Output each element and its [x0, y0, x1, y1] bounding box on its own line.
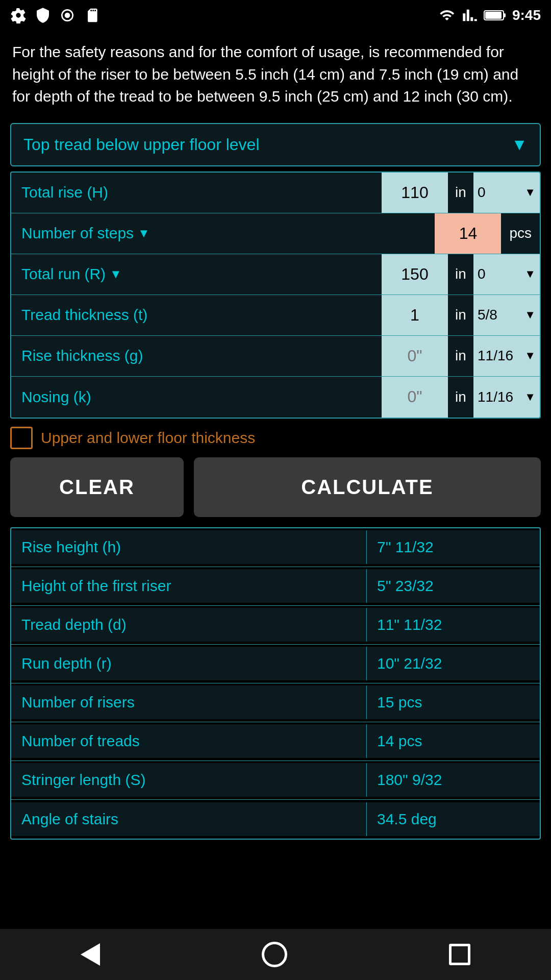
- form-row-nosing: Nosing (k) in 11/16 ▼: [11, 377, 540, 418]
- result-value-angle-of-stairs: 34.5 deg: [366, 802, 540, 836]
- unit-total-rise: in: [448, 184, 473, 201]
- result-label-number-of-treads: Number of treads: [11, 724, 366, 758]
- input-area-total-rise: in 0 ▼: [382, 173, 540, 213]
- form-row-total-rise: Total rise (H) in 0 ▼: [11, 173, 540, 213]
- recents-icon: [449, 944, 470, 965]
- back-button[interactable]: [81, 943, 100, 966]
- result-row-stringer-length: Stringer length (S) 180" 9/32: [11, 761, 540, 800]
- select-nosing[interactable]: 11/16 ▼: [473, 377, 540, 418]
- result-label-rise-height: Rise height (h): [11, 530, 366, 564]
- select-total-run[interactable]: 0 ▼: [473, 254, 540, 295]
- label-rise-thickness: Rise thickness (g): [11, 336, 382, 376]
- input-nosing[interactable]: [382, 377, 448, 418]
- label-nosing: Nosing (k): [11, 377, 382, 418]
- label-number-of-steps: Number of steps ▼: [11, 213, 435, 254]
- result-label-angle-of-stairs: Angle of stairs: [11, 802, 366, 836]
- form-row-total-run: Total run (R) ▼ in 0 ▼: [11, 254, 540, 295]
- status-icons-right: 9:45: [438, 7, 541, 23]
- unit-tread-thickness: in: [448, 307, 473, 323]
- select-total-rise[interactable]: 0 ▼: [473, 173, 540, 213]
- unit-rise-thickness: in: [448, 348, 473, 364]
- form-row-tread-thickness: Tread thickness (t) in 5/8 ▼: [11, 295, 540, 336]
- svg-rect-3: [504, 13, 506, 17]
- floor-thickness-label: Upper and lower floor thickness: [41, 429, 255, 447]
- result-row-rise-height: Rise height (h) 7" 11/32: [11, 528, 540, 567]
- svg-point-1: [65, 13, 70, 18]
- svg-rect-4: [485, 12, 502, 19]
- input-area-number-of-steps: pcs: [435, 213, 540, 254]
- action-buttons: CLEAR CALCULATE: [10, 457, 541, 517]
- steps-dropdown-arrow-icon: ▼: [138, 226, 150, 240]
- result-value-run-depth: 10" 21/32: [366, 647, 540, 680]
- info-text: For the safety reasons and for the comfo…: [0, 31, 551, 118]
- form-row-rise-thickness: Rise thickness (g) in 11/16 ▼: [11, 336, 540, 377]
- battery-icon: [484, 9, 506, 22]
- label-total-rise: Total rise (H): [11, 173, 382, 213]
- clear-button[interactable]: CLEAR: [10, 457, 184, 517]
- form-table: Total rise (H) in 0 ▼ Number of steps ▼ …: [10, 172, 541, 419]
- record-icon: [59, 7, 76, 23]
- label-total-run: Total run (R) ▼: [11, 254, 382, 295]
- settings-icon: [10, 7, 27, 23]
- result-label-number-of-risers: Number of risers: [11, 685, 366, 719]
- floor-thickness-checkbox-row: Upper and lower floor thickness: [10, 427, 541, 449]
- shield-icon: [35, 7, 51, 23]
- dropdown-label: Top tread below upper floor level: [23, 135, 260, 154]
- input-total-rise[interactable]: [382, 173, 448, 213]
- home-button[interactable]: [262, 942, 287, 967]
- recents-button[interactable]: [449, 944, 470, 965]
- wifi-icon: [438, 8, 456, 23]
- navigation-bar: [0, 929, 551, 980]
- result-value-tread-depth: 11" 11/32: [366, 608, 540, 642]
- form-row-number-of-steps: Number of steps ▼ pcs: [11, 213, 540, 254]
- label-tread-thickness: Tread thickness (t): [11, 295, 382, 335]
- result-value-stringer-length: 180" 9/32: [366, 763, 540, 797]
- unit-total-run: in: [448, 266, 473, 282]
- top-tread-dropdown[interactable]: Top tread below upper floor level ▼: [10, 123, 541, 166]
- input-rise-thickness[interactable]: [382, 336, 448, 376]
- unit-steps: pcs: [501, 225, 540, 241]
- result-row-first-riser-height: Height of the first riser 5" 23/32: [11, 567, 540, 606]
- run-dropdown-arrow-icon: ▼: [110, 267, 122, 281]
- signal-icon: [462, 8, 478, 23]
- home-icon: [262, 942, 287, 967]
- input-number-of-steps[interactable]: [435, 213, 501, 254]
- result-value-number-of-treads: 14 pcs: [366, 724, 540, 758]
- result-row-angle-of-stairs: Angle of stairs 34.5 deg: [11, 800, 540, 839]
- result-label-first-riser-height: Height of the first riser: [11, 569, 366, 603]
- result-value-number-of-risers: 15 pcs: [366, 685, 540, 719]
- result-label-tread-depth: Tread depth (d): [11, 608, 366, 642]
- result-row-number-of-treads: Number of treads 14 pcs: [11, 722, 540, 761]
- status-time: 9:45: [512, 7, 541, 23]
- result-row-run-depth: Run depth (r) 10" 21/32: [11, 645, 540, 683]
- input-area-total-run: in 0 ▼: [382, 254, 540, 295]
- unit-nosing: in: [448, 389, 473, 405]
- floor-thickness-checkbox[interactable]: [10, 427, 33, 449]
- back-icon: [81, 943, 100, 966]
- result-row-number-of-risers: Number of risers 15 pcs: [11, 683, 540, 722]
- result-label-run-depth: Run depth (r): [11, 647, 366, 680]
- status-icons-left: [10, 7, 100, 23]
- select-tread-thickness[interactable]: 5/8 ▼: [473, 295, 540, 335]
- results-table: Rise height (h) 7" 11/32 Height of the f…: [10, 527, 541, 840]
- result-value-rise-height: 7" 11/32: [366, 530, 540, 564]
- sdcard-icon: [84, 7, 100, 23]
- input-area-nosing: in 11/16 ▼: [382, 377, 540, 418]
- input-tread-thickness[interactable]: [382, 295, 448, 335]
- select-rise-thickness[interactable]: 11/16 ▼: [473, 336, 540, 376]
- result-row-tread-depth: Tread depth (d) 11" 11/32: [11, 606, 540, 645]
- input-area-rise-thickness: in 11/16 ▼: [382, 336, 540, 376]
- calculate-button[interactable]: CALCULATE: [194, 457, 541, 517]
- dropdown-arrow-icon: ▼: [511, 135, 528, 154]
- status-bar: 9:45: [0, 0, 551, 31]
- input-area-tread-thickness: in 5/8 ▼: [382, 295, 540, 335]
- result-label-stringer-length: Stringer length (S): [11, 763, 366, 797]
- input-total-run[interactable]: [382, 254, 448, 295]
- result-value-first-riser-height: 5" 23/32: [366, 569, 540, 603]
